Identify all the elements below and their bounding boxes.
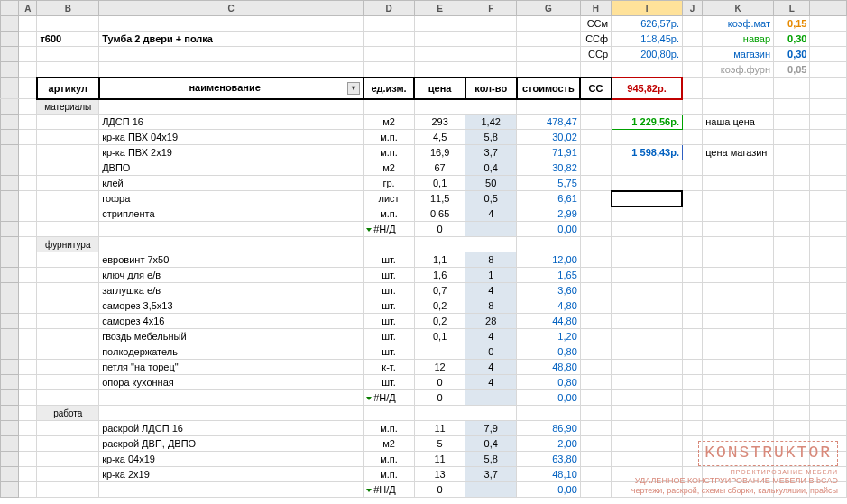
- unit[interactable]: м.п.: [364, 452, 415, 467]
- data-row[interactable]: гофралист11,50,56,61: [1, 191, 847, 206]
- cell-L[interactable]: [774, 160, 810, 176]
- item-name[interactable]: гвоздь мебельный: [99, 329, 364, 344]
- cell-L[interactable]: [774, 436, 810, 452]
- cost[interactable]: 6,61: [517, 191, 581, 206]
- unit[interactable]: м.п.: [364, 467, 415, 482]
- col-K[interactable]: K: [703, 1, 774, 16]
- cell[interactable]: [19, 360, 37, 375]
- cell-M[interactable]: [810, 145, 847, 160]
- data-row[interactable]: кр-ка ПВХ 2х19м.п.16,93,771,911 598,43р.…: [1, 145, 847, 160]
- our-price-label[interactable]: наша цена: [703, 115, 774, 130]
- row-hdr[interactable]: [1, 237, 19, 252]
- qty[interactable]: 4: [465, 283, 517, 298]
- col-D[interactable]: D: [364, 1, 415, 16]
- data-row[interactable]: опора кухоннаяшт.040,80: [1, 375, 847, 390]
- price[interactable]: 5: [414, 436, 465, 452]
- price[interactable]: 293: [414, 115, 465, 130]
- qty[interactable]: 0,4: [465, 436, 517, 452]
- cell-J[interactable]: [682, 283, 702, 298]
- cost[interactable]: 478,47: [517, 115, 581, 130]
- cell-M[interactable]: [810, 222, 847, 237]
- price[interactable]: 1,1: [414, 252, 465, 268]
- cell[interactable]: [37, 390, 99, 406]
- cell-M[interactable]: [810, 344, 847, 360]
- cell-J[interactable]: [682, 191, 702, 206]
- cell-K[interactable]: [703, 206, 774, 222]
- cell-J[interactable]: [682, 160, 702, 176]
- col-C[interactable]: C: [99, 1, 364, 16]
- row-hdr[interactable]: [1, 47, 19, 62]
- cell[interactable]: [19, 436, 37, 452]
- price[interactable]: 0,7: [414, 283, 465, 298]
- cost[interactable]: 4,80: [517, 298, 581, 314]
- item-name[interactable]: раскрой ЛДСП 16: [99, 421, 364, 436]
- cell[interactable]: [37, 283, 99, 298]
- cell-I[interactable]: [612, 222, 683, 237]
- item-name[interactable]: кр-ка 2х19: [99, 467, 364, 482]
- qty[interactable]: 28: [465, 314, 517, 329]
- item-name[interactable]: евровинт 7x50: [99, 252, 364, 268]
- cell-J[interactable]: [682, 206, 702, 222]
- cell-I[interactable]: [612, 344, 683, 360]
- cost[interactable]: 48,10: [517, 467, 581, 482]
- item-name[interactable]: саморез 3,5х13: [99, 298, 364, 314]
- item-name[interactable]: гофра: [99, 191, 364, 206]
- item-name[interactable]: полкодержатель: [99, 344, 364, 360]
- cell[interactable]: [37, 375, 99, 390]
- cell-L[interactable]: [774, 222, 810, 237]
- price[interactable]: 0,65: [414, 206, 465, 222]
- cell-I[interactable]: [612, 130, 683, 145]
- row-hdr[interactable]: [1, 252, 19, 268]
- cost[interactable]: 48,80: [517, 360, 581, 375]
- unit[interactable]: #Н/Д: [364, 222, 415, 237]
- price[interactable]: 11: [414, 421, 465, 436]
- price[interactable]: 0,1: [414, 176, 465, 191]
- cell-K[interactable]: [703, 314, 774, 329]
- qty[interactable]: 4: [465, 360, 517, 375]
- cell[interactable]: [19, 206, 37, 222]
- cost[interactable]: 1,20: [517, 329, 581, 344]
- data-row[interactable]: ЛДСП 16м22931,42478,471 229,56р.наша цен…: [1, 115, 847, 130]
- row-hdr[interactable]: [1, 452, 19, 467]
- cell-I[interactable]: [612, 436, 683, 452]
- qty[interactable]: 8: [465, 252, 517, 268]
- row-hdr[interactable]: [1, 145, 19, 160]
- item-name[interactable]: [99, 390, 364, 406]
- cell-I[interactable]: [612, 176, 683, 191]
- cell-J[interactable]: [682, 436, 702, 452]
- cell-J[interactable]: [682, 421, 702, 436]
- item-name[interactable]: ДВПО: [99, 160, 364, 176]
- cell-K[interactable]: [703, 344, 774, 360]
- cell-M[interactable]: [810, 283, 847, 298]
- data-row[interactable]: заглушка е/вшт.0,743,60: [1, 283, 847, 298]
- row-hdr[interactable]: [1, 16, 19, 32]
- qty[interactable]: 5,8: [465, 130, 517, 145]
- row-hdr[interactable]: [1, 390, 19, 406]
- cell-L[interactable]: [774, 252, 810, 268]
- cell[interactable]: [19, 130, 37, 145]
- cell-H[interactable]: [580, 452, 611, 467]
- col-F[interactable]: F: [465, 1, 517, 16]
- cell-J[interactable]: [682, 252, 702, 268]
- cell[interactable]: [19, 329, 37, 344]
- cell-H[interactable]: [580, 360, 611, 375]
- cell-I[interactable]: [612, 329, 683, 344]
- cell-J[interactable]: [682, 482, 702, 498]
- data-row[interactable]: кр-ка 04х19м.п.115,863,80: [1, 452, 847, 467]
- cell-J[interactable]: [682, 268, 702, 283]
- price[interactable]: 0: [414, 375, 465, 390]
- cell-I[interactable]: [612, 160, 683, 176]
- cell-K[interactable]: [703, 283, 774, 298]
- row-hdr[interactable]: [1, 329, 19, 344]
- cell-I[interactable]: [612, 482, 683, 498]
- cell-M[interactable]: [810, 452, 847, 467]
- unit[interactable]: шт.: [364, 298, 415, 314]
- cell-K[interactable]: [703, 298, 774, 314]
- cell[interactable]: [19, 344, 37, 360]
- row-hdr[interactable]: [1, 421, 19, 436]
- row-hdr[interactable]: [1, 206, 19, 222]
- cost[interactable]: 0,80: [517, 344, 581, 360]
- cost[interactable]: 63,80: [517, 452, 581, 467]
- qty[interactable]: 4: [465, 375, 517, 390]
- cell[interactable]: [37, 115, 99, 130]
